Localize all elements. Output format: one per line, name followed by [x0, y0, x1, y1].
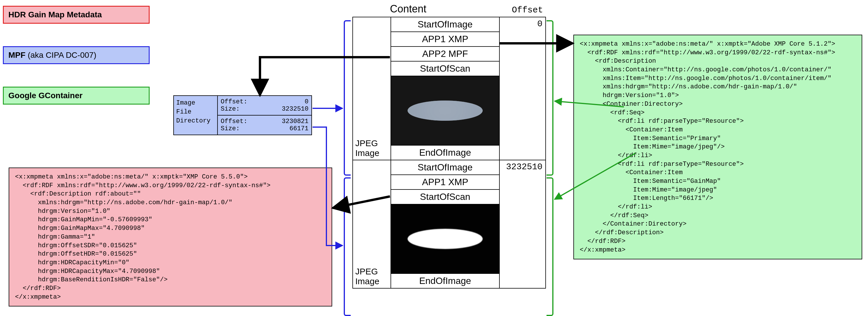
cave-shape [408, 229, 483, 249]
legend-gcontainer: Google GContainer [3, 87, 150, 104]
legend-mpf-rest: (aka CIPA DC-007) [25, 51, 96, 60]
cave-shape [408, 100, 483, 121]
header-offset: Offset [428, 5, 546, 15]
xmp-hdr-metadata: <x:xmpmeta xmlns:x="adobe:ns:meta/" x:xm… [9, 167, 332, 307]
jpeg-gainmap-block: JPEG Image StartOfImageAPP1 XMPStartOfSc… [352, 160, 546, 289]
segment-startofimage: StartOfImage [391, 160, 499, 175]
primary-image-preview [391, 76, 499, 146]
offset-primary: 0 [499, 17, 545, 160]
segment-startofscan: StartOfScan [391, 62, 499, 76]
xmp-gcontainer-metadata: <x:xmpmeta xmlns:x="adobe:ns:meta/" x:xm… [574, 35, 862, 259]
ifd-rows: Offset:0Size:3232510Offset:3230821Size:6… [217, 96, 311, 135]
ifd-label: Image File Directory [174, 96, 217, 135]
jpeg-primary-block: JPEG Image StartOfImageAPP1 XMPAPP2 MPFS… [352, 17, 546, 160]
segment-endofimage: EndOfImage [391, 146, 499, 160]
green-bracket-primary [547, 20, 553, 176]
gainmap-image-preview [391, 204, 499, 274]
ifd-row: Offset:3230821Size:66171 [218, 116, 311, 135]
segment-startofscan: StartOfScan [391, 190, 499, 204]
stack-header: Content Offset [352, 3, 546, 15]
offset-gainmap: 3232510 [499, 160, 545, 288]
segment-app1-xmp: APP1 XMP [391, 32, 499, 47]
jpeg-label-2: JPEG Image [353, 160, 391, 288]
blue-bracket-primary [344, 20, 351, 176]
image-file-directory: Image File Directory Offset:0Size:323251… [173, 95, 312, 135]
jpeg-label-1: JPEG Image [353, 17, 391, 160]
segment-app1-xmp: APP1 XMP [391, 175, 499, 190]
blue-bracket-gainmap [344, 177, 351, 316]
segment-startofimage: StartOfImage [391, 17, 499, 32]
segment-app2-mpf: APP2 MPF [391, 47, 499, 62]
segments-gainmap: StartOfImageAPP1 XMPStartOfScanEndOfImag… [391, 160, 499, 288]
file-content-stack: Content Offset JPEG Image StartOfImageAP… [352, 3, 546, 289]
legend-mpf-bold: MPF [8, 51, 25, 60]
ifd-row: Offset:0Size:3232510 [218, 96, 311, 116]
segments-primary: StartOfImageAPP1 XMPAPP2 MPFStartOfScanE… [391, 17, 499, 160]
header-content: Content [390, 3, 428, 15]
green-bracket-gainmap [547, 177, 553, 316]
legend-hdr: HDR Gain Map Metadata [3, 6, 150, 24]
segment-endofimage: EndOfImage [391, 274, 499, 288]
legend-mpf: MPF (aka CIPA DC-007) [3, 46, 150, 64]
